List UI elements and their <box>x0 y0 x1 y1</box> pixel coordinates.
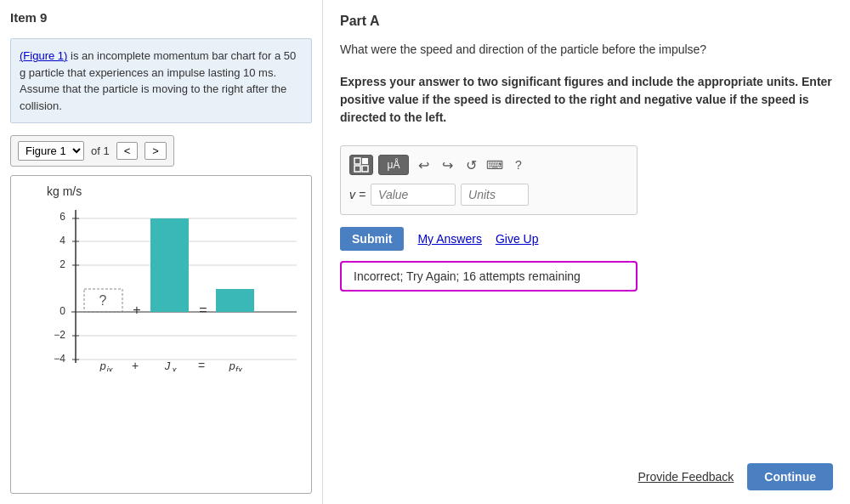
svg-text:p: p <box>99 360 105 371</box>
refresh-icon[interactable]: ↺ <box>462 156 480 174</box>
svg-rect-33 <box>362 158 368 164</box>
my-answers-link[interactable]: My Answers <box>417 232 481 246</box>
keyboard-icon[interactable]: ⌨ <box>485 156 504 174</box>
part-title: Part A <box>340 14 833 29</box>
help-icon[interactable]: ? <box>509 156 528 174</box>
svg-text:4: 4 <box>60 235 65 246</box>
right-panel: Part A What were the speed and direction… <box>323 0 850 504</box>
instruction-text: Express your answer to two significant f… <box>340 73 833 127</box>
svg-rect-21 <box>150 218 189 312</box>
answer-box: μÅ ↩ ↪ ↺ ⌨ ? v = <box>340 145 638 215</box>
figure-nav: Figure 1 of 1 < > <box>10 135 174 167</box>
svg-text:x: x <box>172 365 178 371</box>
value-input[interactable] <box>371 184 456 206</box>
svg-text:−4: −4 <box>54 353 65 365</box>
svg-text:−2: −2 <box>54 329 65 341</box>
submit-row: Submit My Answers Give Up <box>340 227 833 251</box>
redo-icon[interactable]: ↪ <box>438 156 456 174</box>
svg-text:0: 0 <box>60 305 65 317</box>
submit-button[interactable]: Submit <box>340 227 404 251</box>
figure-next-button[interactable]: > <box>144 142 167 160</box>
svg-rect-34 <box>354 166 360 172</box>
svg-text:2: 2 <box>60 258 65 270</box>
mu-icon[interactable]: μÅ <box>378 155 409 175</box>
figure-of-text: of 1 <box>91 144 110 157</box>
figure-link[interactable]: (Figure 1) <box>20 49 67 62</box>
bottom-row: Provide Feedback Continue <box>340 455 833 490</box>
chart-y-label: kg m/s <box>47 184 303 198</box>
svg-text:p: p <box>228 360 235 371</box>
svg-rect-32 <box>354 158 360 164</box>
matrix-icon[interactable] <box>349 155 373 175</box>
svg-text:=: = <box>198 359 205 371</box>
svg-rect-23 <box>216 289 254 312</box>
give-up-link[interactable]: Give Up <box>496 232 539 246</box>
left-panel: Item 9 (Figure 1) is an incomplete momen… <box>0 0 323 504</box>
continue-button[interactable]: Continue <box>747 463 833 490</box>
v-label: v = <box>349 188 366 201</box>
item-description: (Figure 1) is an incomplete momentum bar… <box>10 38 312 123</box>
incorrect-banner: Incorrect; Try Again; 16 attempts remain… <box>340 261 638 292</box>
provide-feedback-link[interactable]: Provide Feedback <box>638 470 734 484</box>
svg-text:+: + <box>133 303 140 317</box>
figure-select[interactable]: Figure 1 <box>18 141 84 161</box>
svg-text:=: = <box>199 303 207 317</box>
units-input[interactable] <box>461 184 529 206</box>
svg-text:+: + <box>132 359 139 371</box>
svg-text:?: ? <box>99 293 107 308</box>
svg-text:fx: fx <box>235 365 243 371</box>
chart-svg: 6 4 2 0 −2 −4 <box>25 201 314 371</box>
input-row: v = <box>349 184 628 206</box>
question-text: What were the speed and direction of the… <box>340 42 833 56</box>
chart-container: kg m/s 6 4 2 0 −2 −4 <box>10 175 312 494</box>
svg-text:ix: ix <box>106 365 113 371</box>
toolbar: μÅ ↩ ↪ ↺ ⌨ ? <box>349 155 628 175</box>
figure-prev-button[interactable]: < <box>116 142 139 160</box>
undo-icon[interactable]: ↩ <box>414 156 433 174</box>
svg-text:6: 6 <box>60 211 65 223</box>
item-title: Item 9 <box>10 10 312 25</box>
svg-text:J: J <box>164 360 171 371</box>
svg-rect-35 <box>362 166 368 172</box>
